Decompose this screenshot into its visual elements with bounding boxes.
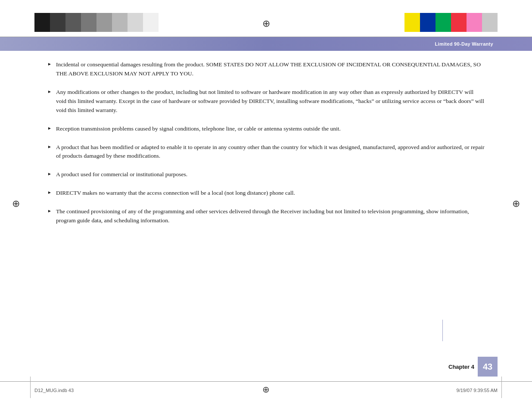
color-swatch-right [404,13,420,32]
bullet-text: Any modifications or other changes to th… [56,88,485,115]
main-content: ►Incidental or consequential damages res… [47,60,485,342]
color-swatch-left [81,13,96,32]
color-swatch-left [96,13,112,32]
color-swatch-left [65,13,81,32]
color-swatch-right [436,13,451,32]
header-band: Limited 90-Day Warranty [0,37,532,51]
bullet-text: Incidental or consequential damages resu… [56,60,485,78]
list-item: ►The continued provisioning of any of th… [47,207,485,225]
color-swatch-right [451,13,467,32]
bullet-text: Reception transmission problems caused b… [56,125,485,134]
reg-mark-top: ⊕ [262,18,270,29]
list-item: ►Any modifications or other changes to t… [47,88,485,115]
reg-mark-left: ⊕ [12,198,20,209]
color-swatch-right [467,13,482,32]
list-item: ►DIRECTV makes no warranty that the acce… [47,189,485,198]
top-bar-area: ⊕ Limited 90-Day Warranty [0,0,532,56]
color-swatch-left [50,13,65,32]
list-item: ►Reception transmission problems caused … [47,125,485,134]
color-swatch-right [482,13,498,32]
color-swatch-left [143,13,159,32]
bullet-arrow: ► [47,61,52,68]
chapter-divider [442,320,443,341]
list-item: ►A product used for commercial or instit… [47,170,485,179]
bullet-arrow: ► [47,125,52,132]
footer-center-reg: ⊕ [262,384,270,395]
bullet-arrow: ► [47,208,52,215]
bullet-arrow: ► [47,88,52,95]
color-bar-right [404,13,498,32]
bullet-text: DIRECTV makes no warranty that the acces… [56,189,485,198]
color-swatch-left [34,13,50,32]
right-vert-rule [501,377,502,398]
bullet-arrow: ► [47,171,52,177]
bullet-text: The continued provisioning of any of the… [56,207,485,225]
footer-left-text: D12_MUG.indb 43 [34,388,74,393]
bullet-text: A product used for commercial or institu… [56,170,485,179]
footer-right-text: 9/19/07 9:39:55 AM [457,388,498,393]
color-swatch-left [128,13,143,32]
list-item: ►Incidental or consequential damages res… [47,60,485,78]
color-bar-left [34,13,159,32]
chapter-label: Chapter 4 [448,364,478,370]
header-title: Limited 90-Day Warranty [435,41,493,47]
list-item: ►A product that has been modified or ada… [47,143,485,161]
bullet-text: A product that has been modified or adap… [56,143,485,161]
bullet-arrow: ► [47,189,52,196]
color-swatch-left [112,13,128,32]
color-swatch-right [420,13,436,32]
bottom-rule [0,381,532,382]
bullet-list: ►Incidental or consequential damages res… [47,60,485,225]
chapter-page: Chapter 4 43 [448,357,498,377]
left-vert-rule [30,377,31,398]
page-number: 43 [478,357,498,377]
bottom-area: Chapter 4 43 D12_MUG.indb 43 ⊕ 9/19/07 9… [0,342,532,411]
reg-mark-right: ⊕ [512,198,520,209]
bullet-arrow: ► [47,143,52,150]
